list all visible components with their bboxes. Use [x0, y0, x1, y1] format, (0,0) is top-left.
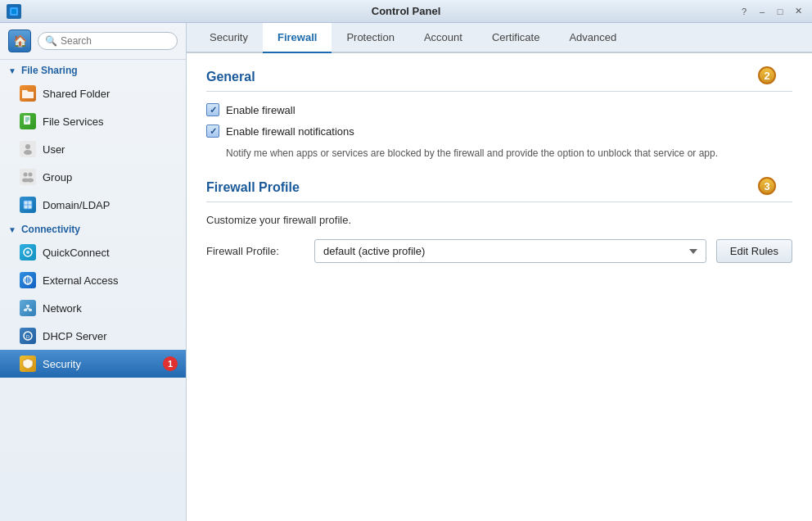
tab-firewall[interactable]: Firewall — [263, 23, 332, 53]
search-box: 🔍 — [38, 32, 178, 50]
general-title: General 2 — [206, 70, 792, 92]
tab-advanced[interactable]: Advanced — [554, 23, 631, 53]
svg-point-16 — [26, 251, 29, 254]
tab-security[interactable]: Security — [195, 23, 263, 53]
maximize-button[interactable]: □ — [773, 5, 787, 18]
group-icon — [20, 169, 36, 185]
svg-point-6 — [25, 144, 30, 149]
sidebar-item-domain-ldap[interactable]: Domain/LDAP — [0, 191, 186, 219]
tab-bar: Security Firewall Protection Account Cer… — [187, 23, 812, 53]
svg-point-7 — [24, 150, 32, 155]
enable-firewall-row: ✓ Enable firewall — [206, 103, 792, 116]
firewall-profile-title: Firewall Profile 3 — [206, 180, 792, 202]
sidebar-label-dhcp-server: DHCP Server — [43, 330, 107, 342]
sidebar-label-security: Security — [43, 358, 81, 370]
sidebar-label-domain-ldap: Domain/LDAP — [43, 199, 110, 211]
firewall-profile-section: Firewall Profile 3 Customize your firewa… — [206, 180, 792, 263]
tab-certificate[interactable]: Certificate — [477, 23, 555, 53]
sidebar-label-shared-folder: Shared Folder — [43, 88, 110, 100]
external-access-icon — [20, 272, 36, 288]
customize-text: Customize your firewall profile. — [206, 214, 792, 226]
sidebar-header: 🏠 🔍 — [0, 23, 186, 60]
profile-row: Firewall Profile: default (active profil… — [206, 239, 792, 263]
search-icon: 🔍 — [45, 35, 57, 47]
svg-point-11 — [27, 179, 34, 183]
sidebar-item-user[interactable]: User — [0, 135, 186, 163]
tab-protection[interactable]: Protection — [332, 23, 409, 53]
enable-firewall-checkbox[interactable]: ✓ — [206, 103, 219, 116]
enable-notifications-row: ✓ Enable firewall notifications — [206, 125, 792, 138]
step-badge-2: 2 — [758, 66, 776, 84]
content-area: Security Firewall Protection Account Cer… — [187, 23, 812, 521]
svg-point-9 — [29, 173, 33, 177]
window-controls: ? – □ ✕ — [737, 5, 805, 18]
firewall-description: Notify me when apps or services are bloc… — [226, 146, 792, 161]
sidebar-label-network: Network — [43, 302, 82, 315]
sidebar-item-network[interactable]: Network — [0, 294, 186, 322]
profile-select[interactable]: default (active profile) — [314, 239, 706, 263]
sidebar-label-external-access: External Access — [43, 274, 119, 287]
title-bar: Control Panel ? – □ ✕ — [0, 0, 812, 23]
file-services-icon — [20, 113, 36, 129]
close-button[interactable]: ✕ — [791, 5, 805, 18]
content-body: General 2 ✓ Enable firewall ✓ Enable fir… — [187, 53, 812, 521]
edit-rules-button[interactable]: Edit Rules — [716, 239, 792, 263]
enable-notifications-label: Enable firewall notifications — [226, 125, 354, 138]
security-icon — [20, 356, 36, 372]
sidebar-label-file-services: File Services — [43, 116, 103, 128]
sidebar-label-user: User — [43, 143, 65, 156]
svg-rect-1 — [11, 9, 16, 14]
app-container: 🏠 🔍 ▼ File Sharing Shared Folder File Se… — [0, 23, 812, 521]
security-badge: 1 — [163, 356, 178, 371]
home-button[interactable]: 🏠 — [8, 29, 31, 52]
svg-rect-22 — [26, 305, 29, 307]
sidebar-label-group: Group — [43, 171, 72, 183]
network-icon — [20, 300, 36, 316]
sidebar-item-quickconnect[interactable]: QuickConnect — [0, 238, 186, 266]
step-badge-3: 3 — [758, 177, 776, 195]
domain-icon — [20, 197, 36, 213]
shared-folder-icon — [20, 85, 36, 102]
quickconnect-icon — [20, 244, 36, 260]
sidebar: 🏠 🔍 ▼ File Sharing Shared Folder File Se… — [0, 23, 187, 521]
title-bar-left — [7, 4, 21, 19]
minimize-button[interactable]: – — [755, 5, 769, 18]
section-header-connectivity[interactable]: ▼ Connectivity — [0, 219, 186, 238]
section-label-file-sharing: File Sharing — [21, 65, 78, 76]
sidebar-item-dhcp-server[interactable]: D DHCP Server — [0, 322, 186, 350]
svg-text:D: D — [26, 334, 30, 339]
sidebar-label-quickconnect: QuickConnect — [43, 247, 110, 259]
sidebar-item-external-access[interactable]: External Access — [0, 266, 186, 294]
chevron-icon-connectivity: ▼ — [8, 225, 16, 234]
profile-label: Firewall Profile: — [206, 245, 304, 257]
search-input[interactable] — [61, 35, 170, 47]
general-section: General 2 ✓ Enable firewall ✓ Enable fir… — [206, 70, 792, 161]
section-header-file-sharing[interactable]: ▼ File Sharing — [0, 60, 186, 79]
svg-point-8 — [24, 173, 28, 177]
sidebar-item-security[interactable]: Security 1 — [0, 350, 186, 378]
tab-account[interactable]: Account — [409, 23, 477, 53]
chevron-icon: ▼ — [8, 66, 16, 75]
dhcp-icon: D — [20, 328, 36, 344]
enable-notifications-checkbox[interactable]: ✓ — [206, 125, 219, 138]
help-button[interactable]: ? — [737, 5, 751, 18]
app-icon — [7, 4, 21, 19]
sidebar-item-file-services[interactable]: File Services — [0, 107, 186, 135]
enable-firewall-label: Enable firewall — [226, 104, 295, 116]
user-icon — [20, 141, 36, 157]
sidebar-item-shared-folder[interactable]: Shared Folder — [0, 79, 186, 107]
window-title: Control Panel — [372, 5, 441, 17]
section-label-connectivity: Connectivity — [21, 224, 80, 235]
sidebar-item-group[interactable]: Group — [0, 163, 186, 191]
